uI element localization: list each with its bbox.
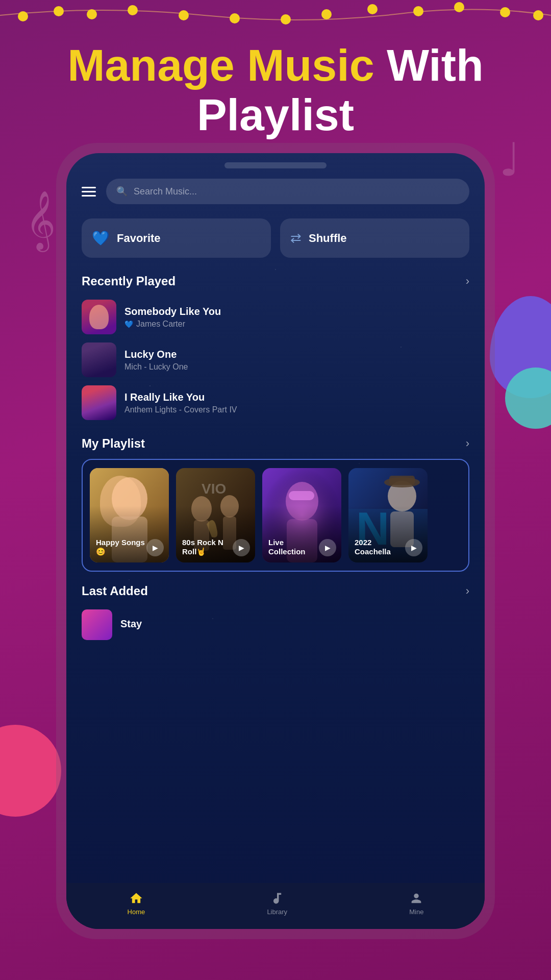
nav-mine-label: Mine bbox=[409, 908, 423, 916]
headline-white: With bbox=[387, 40, 484, 90]
svg-point-5 bbox=[230, 13, 240, 23]
svg-point-2 bbox=[87, 9, 97, 19]
playlist-card-coachella[interactable]: N 2022 Coachella bbox=[348, 468, 428, 562]
svg-point-4 bbox=[179, 10, 189, 20]
playlist-container: Happy Songs😊 ▶ bbox=[82, 459, 469, 572]
phone-screen: 🔍 Search Music... 💙 Favorite ⇄ Shuffle R… bbox=[66, 153, 485, 929]
playlist-info-rock: 80s Rock N Roll🤘 bbox=[182, 538, 235, 556]
song-artist-3: Anthem Lights - Covers Part IV bbox=[124, 405, 237, 414]
song-meta-2: Mich - Lucky One bbox=[124, 362, 469, 372]
recently-played-title: Recently Played bbox=[82, 274, 176, 288]
last-added-section: Last Added › Stay bbox=[82, 584, 469, 642]
song-artist-2: Mich - Lucky One bbox=[124, 362, 188, 372]
last-added-item-1[interactable]: Stay bbox=[82, 607, 469, 642]
person-icon bbox=[409, 891, 423, 905]
svg-point-0 bbox=[18, 11, 28, 21]
last-added-header: Last Added › bbox=[82, 584, 469, 598]
app-content: 🔍 Search Music... 💙 Favorite ⇄ Shuffle R… bbox=[66, 168, 485, 922]
home-icon bbox=[129, 891, 143, 905]
search-bar[interactable]: 🔍 Search Music... bbox=[106, 179, 469, 204]
svg-point-7 bbox=[321, 9, 332, 19]
song-meta-3: Anthem Lights - Covers Part IV bbox=[124, 405, 469, 414]
nav-library-label: Library bbox=[267, 908, 287, 916]
song-item-3[interactable]: I Really Like You Anthem Lights - Covers… bbox=[82, 383, 469, 422]
menu-button[interactable] bbox=[82, 187, 96, 197]
song-thumbnail-3 bbox=[82, 385, 116, 420]
song-item-2[interactable]: Lucky One Mich - Lucky One bbox=[82, 340, 469, 379]
playlist-card-live[interactable]: Live Collection ▶ bbox=[262, 468, 341, 562]
song-info-2: Lucky One Mich - Lucky One bbox=[124, 349, 469, 372]
song-thumbnail-2 bbox=[82, 342, 116, 377]
song-title-2: Lucky One bbox=[124, 349, 469, 360]
my-playlist-header: My Playlist › bbox=[82, 436, 469, 451]
blob-pink-decoration bbox=[0, 725, 61, 817]
phone-notch bbox=[224, 162, 327, 168]
menu-line-1 bbox=[82, 187, 96, 188]
playlist-name-coachella: 2022 Coachella bbox=[355, 538, 391, 556]
song-title-1: Somebody Like You bbox=[124, 306, 469, 317]
bottom-navigation: Home Library Mine bbox=[66, 883, 485, 929]
svg-point-10 bbox=[454, 2, 464, 12]
recently-played-list: Somebody Like You 💙 James Carter Lucky O… bbox=[82, 298, 469, 422]
last-added-song-title: Stay bbox=[120, 618, 469, 630]
heart-icon: 💙 bbox=[92, 230, 110, 247]
playlist-name-happy: Happy Songs😊 bbox=[96, 538, 145, 556]
svg-point-3 bbox=[128, 5, 138, 15]
svg-point-12 bbox=[533, 10, 543, 20]
playlist-info-coachella: 2022 Coachella bbox=[355, 538, 407, 556]
playlist-name-rock: 80s Rock N Roll🤘 bbox=[182, 538, 223, 556]
shuffle-label: Shuffle bbox=[309, 232, 347, 245]
playlist-info-live: Live Collection bbox=[268, 538, 321, 556]
song-artist-1: James Carter bbox=[136, 320, 185, 329]
playlist-info-happy: Happy Songs😊 bbox=[96, 538, 148, 556]
playlist-card-rock[interactable]: VIO 80s Rock N Roll🤘 ▶ bbox=[176, 468, 255, 562]
song-item-1[interactable]: Somebody Like You 💙 James Carter bbox=[82, 298, 469, 336]
play-button-happy[interactable]: ▶ bbox=[146, 539, 164, 556]
headline-line2: Playlist bbox=[197, 89, 354, 140]
menu-line-2 bbox=[82, 191, 96, 192]
action-buttons: 💙 Favorite ⇄ Shuffle bbox=[82, 218, 469, 258]
song-heart-icon: 💙 bbox=[124, 320, 133, 328]
shuffle-icon: ⇄ bbox=[290, 230, 302, 246]
playlist-scroll: Happy Songs😊 ▶ bbox=[85, 468, 466, 562]
nav-home-label: Home bbox=[128, 908, 145, 916]
my-playlist-arrow[interactable]: › bbox=[466, 437, 469, 450]
nav-library[interactable]: Library bbox=[267, 891, 287, 916]
search-icon: 🔍 bbox=[116, 186, 128, 197]
last-added-title: Last Added bbox=[82, 584, 148, 598]
app-header: 🔍 Search Music... bbox=[82, 179, 469, 204]
playlist-card-happy[interactable]: Happy Songs😊 ▶ bbox=[90, 468, 169, 562]
library-icon bbox=[270, 891, 284, 905]
nav-home[interactable]: Home bbox=[128, 891, 145, 916]
playlist-name-live: Live Collection bbox=[268, 538, 306, 556]
my-playlist-title: My Playlist bbox=[82, 436, 145, 451]
song-thumbnail-1 bbox=[82, 300, 116, 334]
favorite-button[interactable]: 💙 Favorite bbox=[82, 218, 271, 258]
svg-point-11 bbox=[500, 7, 510, 17]
shuffle-button[interactable]: ⇄ Shuffle bbox=[280, 218, 469, 258]
svg-point-9 bbox=[413, 6, 423, 16]
headline-yellow: Manage Music bbox=[67, 40, 374, 90]
svg-point-8 bbox=[367, 4, 378, 14]
headline: Manage Music With Playlist bbox=[0, 41, 551, 140]
svg-point-6 bbox=[281, 14, 291, 24]
menu-line-3 bbox=[82, 195, 96, 197]
last-added-thumbnail bbox=[82, 609, 112, 640]
song-title-3: I Really Like You bbox=[124, 391, 469, 403]
music-note-right-decoration: ♩ bbox=[499, 133, 520, 186]
phone-mockup: 🔍 Search Music... 💙 Favorite ⇄ Shuffle R… bbox=[56, 143, 495, 939]
song-info-1: Somebody Like You 💙 James Carter bbox=[124, 306, 469, 329]
song-info-3: I Really Like You Anthem Lights - Covers… bbox=[124, 391, 469, 414]
last-added-arrow[interactable]: › bbox=[466, 584, 469, 598]
recently-played-header: Recently Played › bbox=[82, 274, 469, 288]
play-button-live[interactable]: ▶ bbox=[319, 539, 336, 556]
play-button-coachella[interactable]: ▶ bbox=[405, 539, 422, 556]
song-meta-1: 💙 James Carter bbox=[124, 320, 469, 329]
search-input[interactable]: Search Music... bbox=[134, 186, 197, 197]
svg-point-1 bbox=[54, 6, 64, 16]
last-added-info: Stay bbox=[120, 618, 469, 632]
play-button-rock[interactable]: ▶ bbox=[233, 539, 250, 556]
nav-mine[interactable]: Mine bbox=[409, 891, 423, 916]
recently-played-arrow[interactable]: › bbox=[466, 275, 469, 288]
music-note-left-decoration: 𝄞 bbox=[26, 194, 56, 245]
